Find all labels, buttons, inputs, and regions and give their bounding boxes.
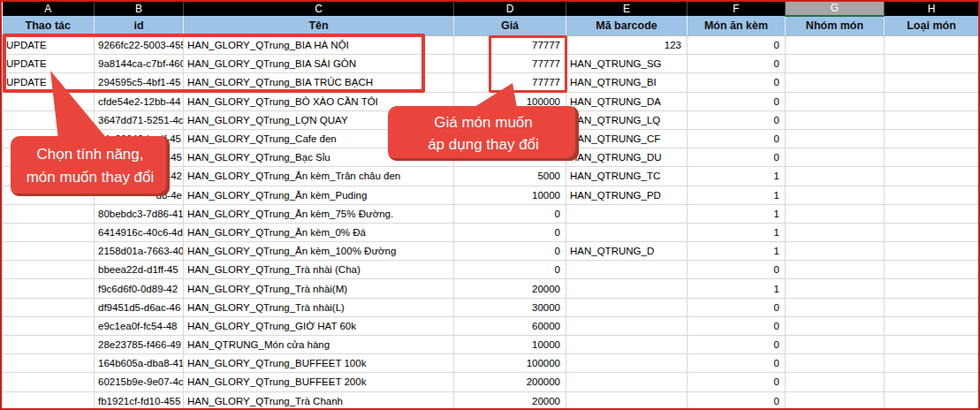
- cell-id[interactable]: 6414916c-40c6-4d: [95, 223, 184, 241]
- cell-gia[interactable]: 0: [454, 204, 566, 223]
- cell-barcode[interactable]: HAN_QTRUNG_BI: [566, 73, 688, 92]
- column-letter-d[interactable]: D: [454, 2, 566, 16]
- cell-gia[interactable]: 0: [454, 261, 566, 279]
- cell-name[interactable]: HAN_GLORY_QTrung_Ăn kèm_100% Đường: [184, 242, 454, 261]
- cell-barcode[interactable]: HAN_QTRUNG_D: [566, 242, 688, 261]
- cell-action[interactable]: [3, 298, 95, 316]
- cell-barcode[interactable]: [566, 391, 688, 410]
- cell-loai-mon[interactable]: [885, 391, 979, 410]
- cell-nhom-mon[interactable]: [786, 73, 885, 92]
- cell-gia[interactable]: 10000: [454, 336, 566, 354]
- cell-id[interactable]: 294595c5-4bf1-45: [95, 73, 184, 92]
- cell-id[interactable]: 164b605a-dba8-41: [95, 354, 184, 373]
- cell-action[interactable]: [3, 391, 95, 410]
- header-thao-tac[interactable]: Thao tác: [3, 16, 95, 36]
- cell-mon-an-kem[interactable]: 0: [688, 73, 786, 92]
- cell-action[interactable]: [3, 373, 95, 391]
- cell-loai-mon[interactable]: [885, 261, 979, 279]
- column-letter-e[interactable]: E: [566, 2, 688, 16]
- cell-name[interactable]: HAN_GLORY_QTrung_Ăn kèm_Puding: [184, 186, 454, 204]
- header-mon-an-kem[interactable]: Món ăn kèm: [688, 16, 786, 36]
- column-letter-h[interactable]: H: [885, 2, 979, 16]
- cell-name[interactable]: HAN_GLORY_QTrung_Trà nhài(L): [184, 298, 454, 316]
- cell-gia[interactable]: 100000: [454, 354, 566, 373]
- cell-name[interactable]: HAN_GLORY_QTrung_Trà nhài(M): [184, 279, 454, 298]
- cell-barcode[interactable]: HAN_QTRUNG_CF: [566, 129, 688, 148]
- cell-barcode[interactable]: HAN_QTRUNG_DU: [566, 148, 688, 167]
- cell-name[interactable]: HAN_GLORY_QTrung_Ăn kèm_0% Đá: [184, 223, 454, 241]
- cell-mon-an-kem[interactable]: 1: [688, 167, 786, 186]
- cell-id[interactable]: 9a8144ca-c7bf-460: [95, 55, 184, 73]
- header-loai-mon[interactable]: Loại món: [885, 16, 979, 36]
- cell-name[interactable]: HAN_GLORY_QTrung_Trà nhài (Cha): [184, 261, 454, 279]
- cell-barcode[interactable]: [566, 261, 688, 279]
- cell-name[interactable]: HAN_GLORY_QTrung_BIA TRÚC BẠCH: [184, 73, 454, 92]
- cell-action[interactable]: [3, 204, 95, 223]
- cell-mon-an-kem[interactable]: 0: [688, 261, 786, 279]
- cell-id[interactable]: df9451d5-d6ac-46: [95, 298, 184, 316]
- cell-gia[interactable]: 30000: [454, 298, 566, 316]
- cell-id[interactable]: 2158d01a-7663-40: [95, 242, 184, 261]
- cell-barcode[interactable]: [566, 316, 688, 335]
- cell-mon-an-kem[interactable]: 0: [688, 298, 786, 316]
- cell-loai-mon[interactable]: [885, 316, 979, 335]
- cell-gia[interactable]: 10000: [454, 186, 566, 204]
- cell-barcode[interactable]: [566, 373, 688, 391]
- cell-nhom-mon[interactable]: [786, 261, 885, 279]
- cell-nhom-mon[interactable]: [786, 354, 885, 373]
- cell-action[interactable]: UPDATE: [3, 36, 95, 55]
- cell-loai-mon[interactable]: [885, 148, 979, 167]
- cell-id[interactable]: fb1921cf-fd10-455: [95, 391, 184, 410]
- cell-nhom-mon[interactable]: [786, 110, 885, 129]
- cell-mon-an-kem[interactable]: 1: [688, 223, 786, 241]
- cell-nhom-mon[interactable]: [786, 167, 885, 186]
- header-ma-barcode[interactable]: Mã barcode: [566, 16, 688, 36]
- cell-loai-mon[interactable]: [885, 223, 979, 241]
- cell-gia[interactable]: 77777: [454, 36, 566, 55]
- cell-action[interactable]: [3, 223, 95, 241]
- cell-name[interactable]: HAN_QTRUNG_Món cửa hàng: [184, 336, 454, 354]
- cell-barcode[interactable]: [566, 204, 688, 223]
- cell-barcode[interactable]: [566, 354, 688, 373]
- cell-loai-mon[interactable]: [885, 129, 979, 148]
- header-id[interactable]: id: [95, 16, 184, 36]
- cell-gia[interactable]: 200000: [454, 373, 566, 391]
- cell-mon-an-kem[interactable]: 0: [688, 55, 786, 73]
- cell-barcode[interactable]: [566, 298, 688, 316]
- cell-id[interactable]: f9c6d6f0-0d89-42: [95, 279, 184, 298]
- cell-name[interactable]: HAN_GLORY_QTrung_GIỜ HAT 60k: [184, 316, 454, 335]
- cell-gia[interactable]: 20000: [454, 391, 566, 410]
- cell-mon-an-kem[interactable]: 1: [688, 242, 786, 261]
- cell-nhom-mon[interactable]: [786, 204, 885, 223]
- cell-loai-mon[interactable]: [885, 36, 979, 55]
- cell-loai-mon[interactable]: [885, 110, 979, 129]
- cell-name[interactable]: HAN_GLORY_QTrung_Trà Chanh: [184, 391, 454, 410]
- cell-loai-mon[interactable]: [885, 92, 979, 110]
- cell-mon-an-kem[interactable]: 0: [688, 129, 786, 148]
- cell-loai-mon[interactable]: [885, 167, 979, 186]
- cell-nhom-mon[interactable]: [786, 391, 885, 410]
- cell-action[interactable]: [3, 354, 95, 373]
- cell-id[interactable]: bbeea22d-d1ff-45: [95, 261, 184, 279]
- cell-action[interactable]: [3, 279, 95, 298]
- cell-gia[interactable]: 77777: [454, 73, 566, 92]
- cell-loai-mon[interactable]: [885, 186, 979, 204]
- column-letter-a[interactable]: A: [3, 2, 95, 16]
- cell-loai-mon[interactable]: [885, 373, 979, 391]
- cell-mon-an-kem[interactable]: 0: [688, 36, 786, 55]
- cell-action[interactable]: [3, 110, 95, 129]
- cell-loai-mon[interactable]: [885, 73, 979, 92]
- header-gia[interactable]: Giá: [454, 16, 566, 36]
- cell-mon-an-kem[interactable]: 0: [688, 336, 786, 354]
- cell-nhom-mon[interactable]: [786, 148, 885, 167]
- cell-gia[interactable]: 5000: [454, 167, 566, 186]
- cell-name[interactable]: HAN_GLORY_QTrung_Ăn kèm_Trân châu đen: [184, 167, 454, 186]
- cell-mon-an-kem[interactable]: 0: [688, 110, 786, 129]
- cell-gia[interactable]: 0: [454, 242, 566, 261]
- cell-mon-an-kem[interactable]: 0: [688, 354, 786, 373]
- cell-id[interactable]: 28e23785-f466-49: [95, 336, 184, 354]
- cell-loai-mon[interactable]: [885, 279, 979, 298]
- cell-mon-an-kem[interactable]: 0: [688, 148, 786, 167]
- cell-loai-mon[interactable]: [885, 336, 979, 354]
- cell-barcode[interactable]: HAN_QTRUNG_DA: [566, 92, 688, 110]
